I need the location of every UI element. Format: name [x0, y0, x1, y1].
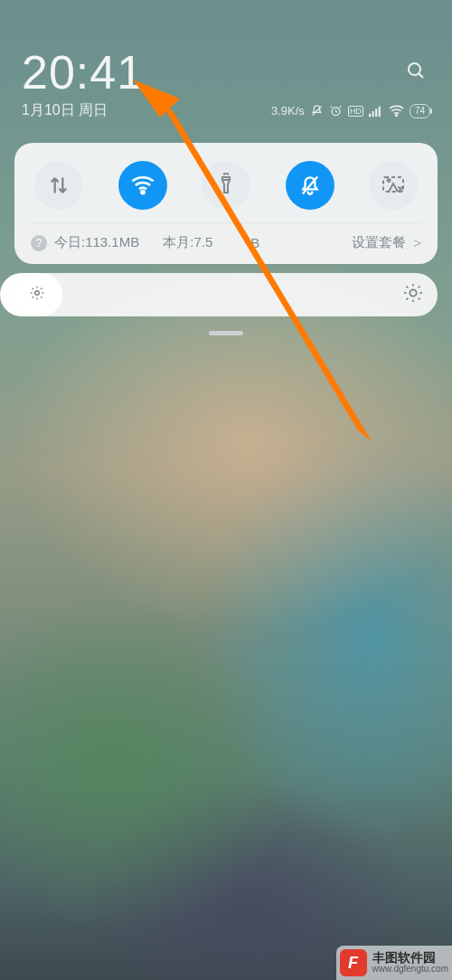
watermark-badge: F — [340, 949, 367, 976]
status-bar-icons: 3.9K/s HD 74 — [271, 104, 430, 118]
svg-point-12 — [35, 291, 40, 296]
screenshot-toggle[interactable] — [369, 161, 418, 210]
date-label: 1月10日 周日 — [22, 101, 108, 120]
svg-rect-7 — [379, 106, 381, 117]
hd-indicator: HD — [348, 106, 363, 117]
dnd-toggle[interactable] — [286, 161, 334, 210]
watermark-url: www.dgfengtu.com — [372, 965, 449, 975]
search-icon[interactable] — [405, 60, 427, 85]
month-usage-unit: B — [250, 235, 259, 250]
svg-rect-6 — [375, 108, 377, 117]
svg-line-1 — [419, 73, 423, 78]
clock: 20:41 — [22, 45, 430, 99]
battery-indicator: 74 — [410, 104, 430, 118]
svg-rect-5 — [372, 111, 373, 117]
svg-point-9 — [141, 191, 144, 193]
brightness-low-icon — [29, 285, 45, 305]
data-usage-row[interactable]: ? 今日:113.1MB 本月:7.5 B 设置套餐 > — [31, 222, 421, 251]
svg-rect-4 — [369, 113, 371, 117]
dnd-status-icon — [310, 104, 324, 118]
svg-point-8 — [396, 115, 398, 117]
network-speed: 3.9K/s — [271, 104, 305, 118]
signal-icon — [369, 105, 383, 118]
chevron-right-icon: > — [413, 235, 421, 250]
brightness-slider[interactable] — [14, 273, 438, 316]
wifi-status-icon — [389, 105, 404, 117]
alarm-icon — [329, 104, 343, 118]
brightness-high-icon — [403, 283, 423, 306]
svg-point-13 — [410, 289, 416, 296]
set-plan-label: 设置套餐 — [352, 234, 406, 251]
notification-shade-screen: 20:41 1月10日 周日 3.9K/s HD 74 — [0, 0, 452, 980]
status-header: 20:41 1月10日 周日 3.9K/s HD 74 — [0, 0, 452, 120]
month-usage: 本月:7.5 — [163, 234, 212, 251]
quick-settings-panel: ? 今日:113.1MB 本月:7.5 B 设置套餐 > — [14, 143, 438, 264]
wifi-toggle[interactable] — [118, 161, 167, 210]
drag-handle[interactable] — [209, 331, 243, 335]
today-usage: 今日:113.1MB — [54, 234, 139, 251]
help-icon: ? — [31, 235, 47, 251]
mobile-data-toggle[interactable] — [34, 161, 83, 210]
watermark: F 丰图软件园 www.dgfengtu.com — [336, 946, 453, 980]
annotation-arrow — [133, 80, 386, 450]
flashlight-toggle[interactable] — [202, 161, 250, 210]
watermark-title: 丰图软件园 — [372, 951, 449, 965]
quick-toggle-row — [31, 157, 421, 222]
svg-point-0 — [409, 63, 420, 75]
